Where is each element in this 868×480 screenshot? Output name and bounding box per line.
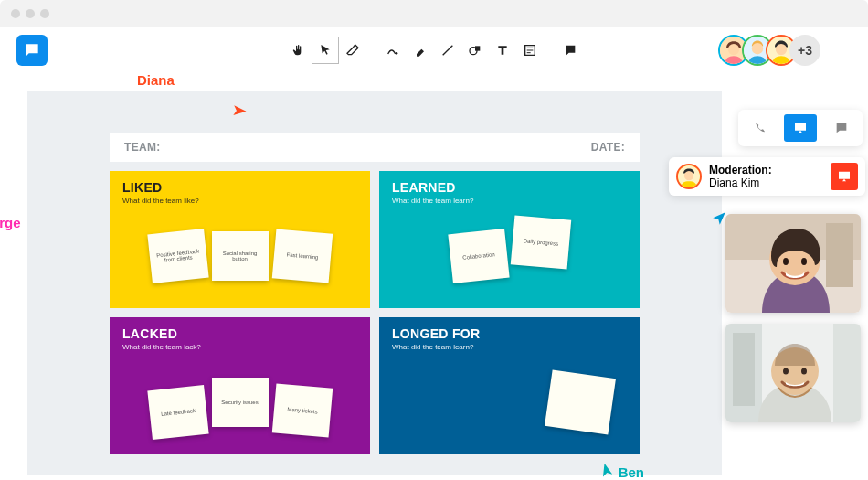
video-tile[interactable] xyxy=(725,324,861,422)
quadrant-title: LIKED xyxy=(122,180,357,195)
svg-point-23 xyxy=(801,368,807,375)
right-panel: Moderation: Diana Kim xyxy=(725,110,863,422)
quadrant-subtitle: What did the team learn? xyxy=(392,197,627,205)
stop-present-icon xyxy=(837,169,852,184)
present-icon xyxy=(793,121,808,135)
text-icon xyxy=(495,43,510,58)
svg-rect-20 xyxy=(833,324,861,422)
pen-icon xyxy=(386,43,400,58)
cursor-icon xyxy=(595,461,618,480)
video-feed xyxy=(725,214,861,313)
sticky-note[interactable]: Daily progress xyxy=(510,215,570,269)
traffic-light-icon xyxy=(11,9,20,18)
svg-point-0 xyxy=(396,52,398,55)
person-icon xyxy=(678,165,700,187)
tool-pen[interactable] xyxy=(379,37,407,64)
shape-icon xyxy=(468,43,482,58)
sticky-note[interactable]: Security issues xyxy=(212,378,269,427)
eraser-icon xyxy=(345,43,360,58)
video-feed xyxy=(725,324,861,422)
sticky-note[interactable]: Late feedback xyxy=(147,384,208,439)
tool-hand[interactable] xyxy=(284,37,312,64)
cursor-icon xyxy=(226,99,249,122)
svg-point-4 xyxy=(728,44,739,55)
svg-point-15 xyxy=(783,258,789,265)
sticky-note[interactable]: Collaboration xyxy=(448,228,509,283)
tool-eraser[interactable] xyxy=(339,37,366,64)
stop-moderation-button[interactable] xyxy=(831,163,858,190)
quadrant-title: LEARNED xyxy=(392,180,627,195)
browser-titlebar xyxy=(0,0,868,27)
tool-marker[interactable] xyxy=(407,37,434,64)
quadrant-learned[interactable]: LEARNED What did the team learn? Collabo… xyxy=(379,171,640,308)
quadrant-title: LONGED FOR xyxy=(392,326,627,341)
sticky-note[interactable]: Social sharing button xyxy=(212,231,269,281)
svg-point-6 xyxy=(752,43,763,54)
cursor-user-label: Ben xyxy=(619,464,644,480)
sticky-note[interactable]: Positive feedback from clients xyxy=(147,228,208,283)
svg-point-16 xyxy=(801,258,807,265)
team-label: TEAM: xyxy=(124,141,161,154)
phone-icon xyxy=(752,121,767,135)
retrospective-grid: LIKED What did the team like? Positive f… xyxy=(110,171,640,454)
whiteboard-canvas[interactable]: Diana George Megan Ben TEAM: DATE: LIKED… xyxy=(27,91,722,475)
date-label: DATE: xyxy=(591,141,625,154)
svg-point-10 xyxy=(684,171,693,180)
moderator-name: Diana Kim xyxy=(709,176,759,189)
sticky-note[interactable]: Fast learning xyxy=(271,229,332,283)
toolbar xyxy=(284,37,584,64)
tool-text[interactable] xyxy=(489,37,516,64)
logo-icon xyxy=(23,41,41,59)
app-logo[interactable] xyxy=(16,35,48,66)
tool-note[interactable] xyxy=(516,37,544,64)
hand-icon xyxy=(291,43,305,58)
cursor-icon xyxy=(318,43,333,58)
traffic-light-icon xyxy=(40,9,49,18)
line-icon xyxy=(440,43,455,58)
remote-cursor-ben: Ben xyxy=(598,464,644,480)
call-button[interactable] xyxy=(743,114,776,142)
tool-comment[interactable] xyxy=(556,37,584,64)
quadrant-lacked[interactable]: LACKED What did the team lack? Late feed… xyxy=(110,317,370,454)
chat-icon xyxy=(834,121,849,135)
svg-point-8 xyxy=(776,44,787,55)
comment-icon xyxy=(563,43,577,58)
present-button[interactable] xyxy=(784,114,817,142)
video-tile[interactable] xyxy=(725,214,861,313)
collaborator-avatars: +3 xyxy=(725,35,820,66)
svg-point-22 xyxy=(783,368,789,375)
moderation-label: Moderation: xyxy=(709,164,772,176)
tool-shape[interactable] xyxy=(461,37,489,64)
quadrant-liked[interactable]: LIKED What did the team like? Positive f… xyxy=(110,171,370,308)
moderator-avatar xyxy=(676,164,702,189)
chat-button[interactable] xyxy=(825,114,858,142)
tool-line[interactable] xyxy=(434,37,461,64)
remote-cursor-diana: Diana xyxy=(137,71,191,88)
tool-select[interactable] xyxy=(312,37,339,64)
communication-bar xyxy=(738,110,863,146)
note-icon xyxy=(523,43,537,58)
sticky-note[interactable]: Many tickets xyxy=(271,383,332,437)
quadrant-title: LACKED xyxy=(122,326,357,341)
board-header: TEAM: DATE: xyxy=(110,133,640,162)
svg-rect-19 xyxy=(733,333,755,406)
moderation-card: Moderation: Diana Kim xyxy=(669,157,865,196)
remote-cursor-george: George xyxy=(0,215,21,251)
svg-rect-13 xyxy=(826,223,853,287)
cursor-user-label: Diana xyxy=(137,72,175,88)
svg-rect-2 xyxy=(475,46,480,50)
sticky-note[interactable] xyxy=(545,369,616,434)
cursor-user-label: George xyxy=(0,215,21,230)
quadrant-subtitle: What did the team lack? xyxy=(122,343,357,351)
quadrant-subtitle: What did the team like? xyxy=(122,197,357,205)
quadrant-longed[interactable]: LONGED FOR What did the team learn? xyxy=(379,317,640,454)
traffic-light-icon xyxy=(26,9,35,18)
avatar-overflow[interactable]: +3 xyxy=(789,35,820,66)
quadrant-subtitle: What did the team learn? xyxy=(392,343,627,351)
marker-icon xyxy=(413,43,428,58)
